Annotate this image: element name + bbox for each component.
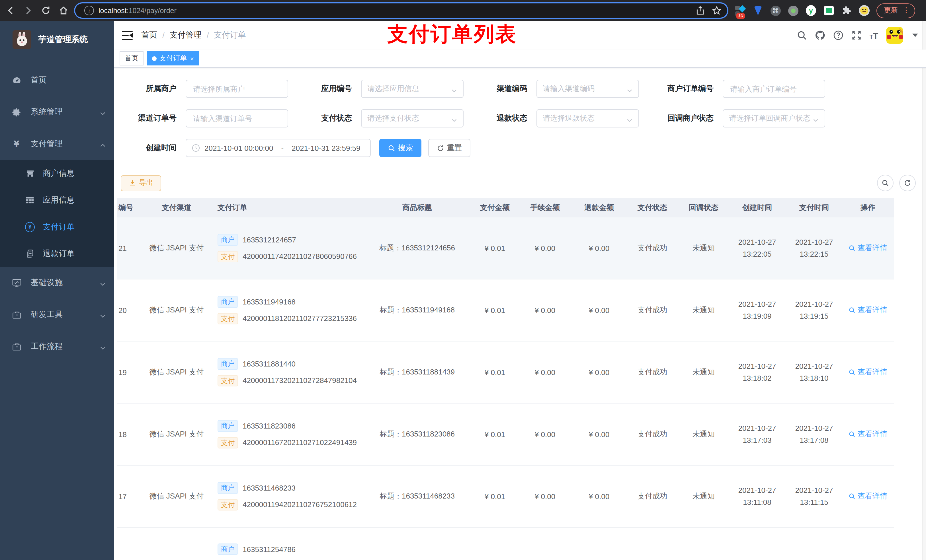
col-channel: 支付渠道 xyxy=(139,198,213,217)
briefcase-icon xyxy=(11,341,22,352)
chevron-down-icon xyxy=(100,312,106,318)
sidebar-item-app-info[interactable]: 应用信息 xyxy=(0,187,114,213)
sidebar-fold-icon[interactable] xyxy=(122,30,133,40)
filter-label-callback-status: 回调商户状态 xyxy=(639,113,723,124)
merchant-tag: 商户 xyxy=(218,482,238,494)
pay-status-select[interactable]: 请选择支付状态 xyxy=(361,109,464,127)
sidebar-item-infra[interactable]: 基础设施 xyxy=(0,267,114,299)
table-row-partial[interactable]: 商户1635311254786 xyxy=(117,527,894,560)
gear-icon xyxy=(11,107,22,117)
browser-forward-icon[interactable] xyxy=(23,6,33,15)
view-detail-link[interactable]: 查看详情 xyxy=(849,367,887,377)
browser-menu-icon[interactable]: ⋮ xyxy=(903,7,910,14)
help-icon[interactable] xyxy=(833,30,843,41)
table-row[interactable]: 18 微信 JSAPI 支付 商户1635311823086 支付4200001… xyxy=(117,403,894,465)
view-detail-link[interactable]: 查看详情 xyxy=(849,305,887,315)
extension-kite-icon[interactable] xyxy=(753,5,763,16)
filter-label-merchant-order-no: 商户订单编号 xyxy=(639,84,723,94)
table-row[interactable]: 19 微信 JSAPI 支付 商户1635311881440 支付4200001… xyxy=(117,341,894,403)
active-tab-dot xyxy=(152,56,157,60)
channel-order-no-input[interactable] xyxy=(192,113,282,123)
browser-update-button[interactable]: 更新 ⋮ xyxy=(876,3,915,18)
breadcrumb-section[interactable]: 支付管理 xyxy=(170,30,201,41)
avatar[interactable] xyxy=(886,27,903,44)
header-search-icon[interactable] xyxy=(796,30,807,41)
extension-command-icon[interactable]: ⌘ xyxy=(770,5,781,16)
breadcrumb-home[interactable]: 首页 xyxy=(141,30,157,41)
share-icon[interactable] xyxy=(695,6,705,15)
table-header-row: 编号 支付渠道 支付订单 商品标题 支付金额 手续金额 退款金额 支付状态 回调… xyxy=(117,198,894,217)
filter-label-app: 应用编号 xyxy=(288,84,361,94)
table-row[interactable]: 20 微信 JSAPI 支付 商户1635311949168 支付4200001… xyxy=(117,279,894,341)
bookmark-star-icon[interactable] xyxy=(712,6,722,15)
breadcrumb: 首页 / 支付管理 / 支付订单 xyxy=(141,30,246,41)
toggle-search-button[interactable] xyxy=(877,175,894,191)
app-select[interactable]: 请选择应用信息 xyxy=(361,80,464,98)
col-create-time: 创建时间 xyxy=(728,198,787,217)
reset-button[interactable]: 重置 xyxy=(428,139,471,157)
sidebar-item-home[interactable]: 首页 xyxy=(0,64,114,96)
avatar-caret-icon[interactable] xyxy=(912,33,918,37)
page-scrollbar[interactable] xyxy=(922,21,926,560)
merchant-input[interactable] xyxy=(192,84,282,94)
view-detail-link[interactable]: 查看详情 xyxy=(849,491,887,501)
main-area: 首页 / 支付管理 / 支付订单 xyxy=(114,21,926,560)
url-bar[interactable]: i localhost:1024/pay/order xyxy=(75,3,727,18)
date-range-picker[interactable]: 2021-10-01 00:00:00 - 2021-10-31 23:59:5… xyxy=(186,139,371,157)
sidebar-item-workflow[interactable]: 工作流程 xyxy=(0,331,114,362)
profile-emoji-icon[interactable] xyxy=(859,5,870,16)
app-logo[interactable]: 芋道管理系统 xyxy=(0,23,114,55)
github-icon[interactable] xyxy=(815,30,825,41)
browser-reload-icon[interactable] xyxy=(41,6,51,15)
tab-pay-order[interactable]: 支付订单 × xyxy=(147,51,199,65)
tab-close-icon[interactable]: × xyxy=(190,55,194,62)
orders-table: 编号 支付渠道 支付订单 商品标题 支付金额 手续金额 退款金额 支付状态 回调… xyxy=(117,198,926,560)
search-icon xyxy=(388,144,395,152)
col-id: 编号 xyxy=(117,198,139,217)
col-pay-time: 支付时间 xyxy=(787,198,842,217)
url-text: localhost:1024/pay/order xyxy=(98,6,177,15)
merchant-order-no-input[interactable] xyxy=(729,84,819,94)
chevron-down-icon xyxy=(451,86,457,92)
extensions-puzzle-icon[interactable] xyxy=(841,5,851,16)
export-button[interactable]: 导出 xyxy=(121,175,161,191)
page-content: 所属商户 应用编号 请选择应用信息 渠道编码 xyxy=(114,68,926,560)
extension-y-icon[interactable]: y xyxy=(806,5,816,16)
channel-code-select[interactable]: 请输入渠道编码 xyxy=(536,80,639,98)
sidebar-item-payment[interactable]: ¥ 支付管理 xyxy=(0,128,114,160)
top-navbar: 首页 / 支付管理 / 支付订单 xyxy=(114,21,926,50)
extension-chat-icon[interactable] xyxy=(823,5,834,16)
extension-badge-icon[interactable]: 10 xyxy=(735,5,746,16)
filter-label-refund-status: 退款状态 xyxy=(464,113,536,124)
sidebar-item-dev-tools[interactable]: 研发工具 xyxy=(0,299,114,331)
sidebar-item-merchant-info[interactable]: 商户信息 xyxy=(0,160,114,187)
fullscreen-icon[interactable] xyxy=(851,30,861,41)
browser-extensions: 10 ⌘ y xyxy=(735,5,870,16)
tab-home[interactable]: 首页 xyxy=(120,51,144,65)
refund-status-select[interactable]: 请选择退款状态 xyxy=(536,109,639,127)
sidebar: 芋道管理系统 首页 系统管理 xyxy=(0,21,114,560)
browser-chrome: i localhost:1024/pay/order 10 ⌘ y xyxy=(0,0,926,21)
callback-status-select[interactable]: 请选择订单回调商户状态 xyxy=(723,109,825,127)
font-size-icon[interactable]: TT xyxy=(869,31,878,39)
browser-back-icon[interactable] xyxy=(6,6,15,15)
tags-view-bar: 首页 支付订单 × xyxy=(114,50,926,68)
sidebar-item-pay-order[interactable]: ¥ 支付订单 xyxy=(0,213,114,240)
table-row[interactable]: 21 微信 JSAPI 支付 商户1635312124657 支付4200001… xyxy=(117,217,894,279)
dashboard-icon xyxy=(11,75,22,85)
table-row[interactable]: 17 微信 JSAPI 支付 商户1635311468233 支付4200001… xyxy=(117,465,894,527)
update-label: 更新 xyxy=(884,6,898,15)
view-detail-link[interactable]: 查看详情 xyxy=(849,429,887,439)
site-info-icon[interactable]: i xyxy=(84,6,94,15)
search-button[interactable]: 搜索 xyxy=(379,139,421,157)
sidebar-item-refund-order[interactable]: 退款订单 xyxy=(0,240,114,267)
col-refund: 退款金额 xyxy=(573,198,625,217)
refresh-table-button[interactable] xyxy=(899,175,916,191)
browser-home-icon[interactable] xyxy=(59,6,68,15)
sidebar-item-system[interactable]: 系统管理 xyxy=(0,96,114,128)
chevron-down-icon xyxy=(100,280,106,286)
shop-icon xyxy=(25,169,35,178)
extension-record-icon[interactable] xyxy=(788,5,799,16)
merchant-tag: 商户 xyxy=(218,420,238,432)
view-detail-link[interactable]: 查看详情 xyxy=(849,243,887,253)
